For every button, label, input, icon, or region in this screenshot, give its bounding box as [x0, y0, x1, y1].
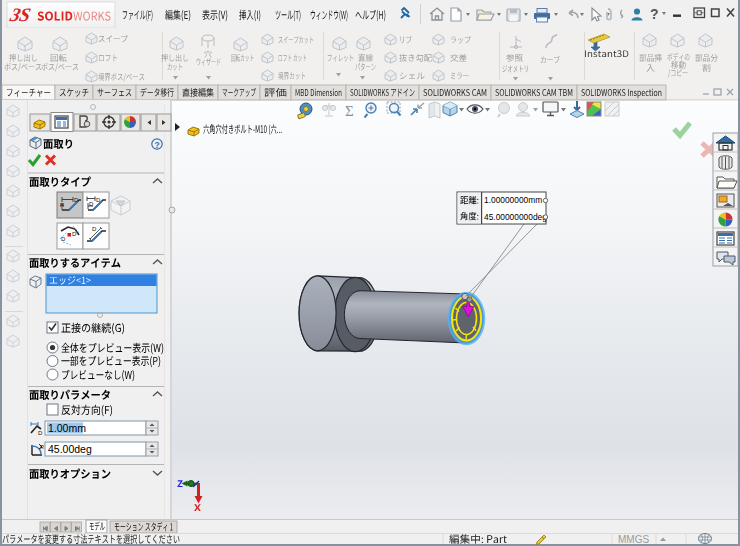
svg-text:R: R	[40, 444, 44, 450]
svg-text:D: D	[92, 226, 97, 232]
svg-text:D: D	[72, 231, 77, 237]
svg-text:D: D	[89, 201, 94, 207]
svg-text:?: ?	[650, 6, 659, 22]
svg-text:45.00deg: 45.00deg	[48, 443, 92, 455]
svg-text:45.00000000deg: 45.00000000deg	[484, 212, 547, 222]
svg-text:D: D	[38, 430, 43, 436]
svg-text:1.00000000mm: 1.00000000mm	[484, 195, 542, 205]
svg-text:D: D	[61, 236, 66, 242]
svg-text:1.00mm: 1.00mm	[48, 422, 86, 434]
svg-text:D: D	[96, 197, 101, 203]
svg-text:MMGS: MMGS	[618, 534, 649, 545]
svg-text:D: D	[74, 197, 79, 203]
svg-text:Σ: Σ	[345, 103, 354, 119]
svg-text:?: ?	[155, 140, 160, 150]
